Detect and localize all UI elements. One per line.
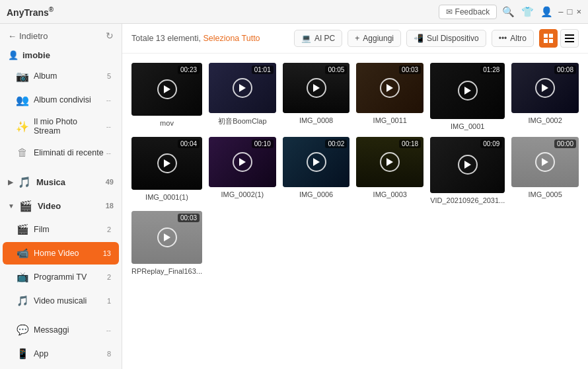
main-layout: ← Indietro ↻ 👤 imobie 📷 Album 5 👥 Album … [0, 24, 588, 369]
album-count: 5 [107, 72, 111, 80]
thumb-wrap: 00:18 [356, 137, 423, 187]
sidebar-group-video[interactable]: ▼ 🎬 Video 18 [0, 194, 122, 218]
svg-marker-17 [464, 161, 471, 169]
back-label: Indietro [19, 31, 48, 41]
video-thumb-mov[interactable]: 00:23 mov [131, 63, 202, 130]
messaggi-count: -- [106, 326, 111, 334]
thumb-label: 初音BoomClap [209, 116, 276, 126]
video-thumb-rpreplay[interactable]: 00:03 RPReplay_Final163... [131, 211, 202, 275]
sidebar-section-imobie: 👤 imobie [0, 48, 122, 64]
video-thumb-img0002[interactable]: 00:08 IMG_0002 [511, 63, 579, 130]
video-musicali-count: 1 [107, 297, 111, 305]
photo-stream-count: -- [106, 122, 111, 130]
sidebar-item-album[interactable]: 📷 Album 5 [3, 65, 119, 87]
album-condivisi-label: Album condivisi [34, 95, 106, 104]
sidebar-item-programmi-tv[interactable]: 📺 Programmi TV 2 [3, 266, 119, 288]
sidebar-item-album-condivisi[interactable]: 👥 Album condivisi -- [3, 89, 119, 111]
more-icon: ••• [499, 34, 507, 43]
titlebar-right: ✉ Feedback 🔍 👕 👤 – □ × [439, 5, 581, 19]
ai-pc-button[interactable]: 💻 AI PC [294, 30, 342, 47]
play-button [535, 152, 555, 172]
messaggi-label: Messaggi [34, 325, 106, 335]
time-badge: 00:02 [325, 140, 347, 148]
search-icon[interactable]: 🔍 [502, 6, 515, 18]
back-button[interactable]: ← Indietro [8, 31, 48, 41]
content: Totale 13 elementi, Seleziona Tutto 💻 AI… [122, 24, 588, 369]
ai-pc-icon: 💻 [301, 34, 311, 43]
time-badge: 00:05 [325, 65, 347, 74]
sidebar-item-film[interactable]: 🎬 Film 2 [3, 218, 119, 241]
app-icon: 📱 [16, 347, 29, 360]
svg-marker-9 [313, 84, 320, 92]
feedback-button[interactable]: ✉ Feedback [439, 5, 497, 19]
sidebar-item-eliminati[interactable]: 🗑 Eliminati di recente -- [3, 142, 119, 164]
time-badge: 00:18 [399, 140, 421, 148]
musica-icon: 🎵 [17, 175, 32, 189]
thumb-label: IMG_0003 [356, 190, 423, 198]
svg-marker-15 [313, 158, 320, 166]
svg-rect-4 [565, 34, 574, 36]
aggiungi-button[interactable]: + Aggiungi [348, 30, 401, 47]
thumb-label: IMG_0002(1) [209, 190, 276, 198]
sidebar-item-photo-stream[interactable]: ✨ Il mio Photo Stream -- [3, 112, 119, 140]
thumb-wrap: 00:09 [430, 137, 505, 193]
close-button[interactable]: × [576, 7, 581, 17]
play-button [307, 78, 326, 98]
time-badge: 00:10 [252, 140, 274, 148]
musica-label: Musica [36, 177, 65, 187]
thumb-label: IMG_0001(1) [131, 193, 202, 201]
thumb-wrap: 00:04 [131, 137, 202, 190]
thumb-label: mov [131, 119, 202, 127]
refresh-icon[interactable]: ↻ [106, 30, 114, 41]
album-label: Album [34, 71, 107, 81]
list-view-button[interactable] [560, 29, 579, 48]
section-title: imobie [22, 50, 50, 60]
play-button [157, 153, 177, 173]
svg-rect-2 [544, 39, 548, 43]
video-thumb-img0006[interactable]: 00:02 IMG_0006 [283, 137, 350, 204]
user-icon[interactable]: 👤 [540, 6, 553, 18]
sidebar-item-home-video[interactable]: 📹 Home Video 13 [3, 242, 119, 265]
minimize-button[interactable]: – [558, 7, 563, 17]
programmi-tv-icon: 📺 [16, 270, 29, 284]
svg-marker-19 [164, 233, 170, 241]
svg-marker-14 [239, 158, 246, 166]
video-thumb-img0001_1[interactable]: 00:04 IMG_0001(1) [131, 137, 202, 204]
maximize-button[interactable]: □ [568, 7, 573, 17]
eliminati-label: Eliminati di recente [34, 148, 106, 157]
grid-view-button[interactable] [539, 29, 558, 48]
thumb-wrap: 00:03 [131, 211, 202, 264]
video-thumb-boomclap[interactable]: 01:01 初音BoomClap [209, 63, 276, 130]
sidebar-item-app[interactable]: 📱 App 8 [3, 343, 119, 365]
ai-pc-label: AI PC [314, 34, 335, 43]
sidebar-group-musica[interactable]: ▶ 🎵 Musica 49 [0, 170, 122, 194]
video-thumb-img0002_1[interactable]: 00:10 IMG_0002(1) [209, 137, 276, 204]
app-label: App [34, 349, 107, 358]
video-thumb-img0005[interactable]: 00:00 IMG_0005 [511, 137, 579, 204]
video-thumb-img0008[interactable]: 00:05 IMG_0008 [283, 63, 350, 130]
svg-rect-3 [549, 39, 553, 43]
video-thumb-vid20210926[interactable]: 00:09 VID_20210926_2031... [430, 137, 505, 204]
programmi-tv-count: 2 [107, 273, 111, 281]
thumb-wrap: 01:01 [209, 63, 276, 113]
sidebar-item-messaggi[interactable]: 💬 Messaggi -- [3, 319, 119, 341]
sidebar-item-libri[interactable]: 📚 Libri 7 [3, 366, 119, 369]
sidebar-nav-top: ← Indietro ↻ [0, 24, 122, 48]
app-title: AnyTrans® [7, 6, 54, 18]
svg-rect-6 [565, 41, 574, 42]
programmi-tv-label: Programmi TV [34, 272, 107, 282]
video-thumb-img0001[interactable]: 01:28 IMG_0001 [430, 63, 505, 130]
thumb-label: IMG_0011 [356, 116, 423, 124]
select-all-link[interactable]: Seleziona Tutto [203, 34, 260, 43]
video-thumb-img0003[interactable]: 00:18 IMG_0003 [356, 137, 423, 204]
play-button [157, 227, 177, 247]
time-badge: 00:03 [399, 65, 421, 74]
app-count: 8 [107, 350, 111, 358]
shirt-icon[interactable]: 👕 [521, 6, 534, 18]
altro-button[interactable]: ••• Altro [492, 30, 534, 47]
sul-dispositivo-button[interactable]: 📲 Sul Dispositivo [406, 30, 486, 47]
toolbar-info: Totale 13 elementi, Seleziona Tutto [131, 34, 289, 43]
video-thumb-img0011[interactable]: 00:03 IMG_0011 [356, 63, 423, 130]
sidebar-item-video-musicali[interactable]: 🎵 Video musicali 1 [3, 290, 119, 312]
musica-count: 49 [106, 178, 114, 186]
